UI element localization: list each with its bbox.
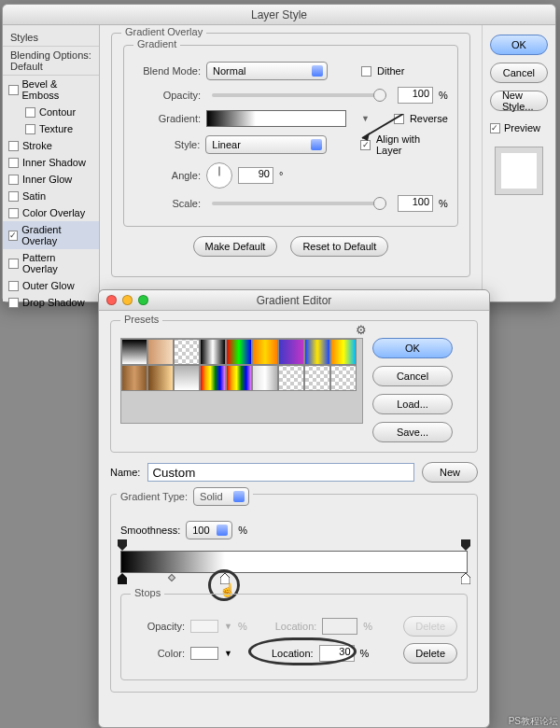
style-row-outer-glow[interactable]: Outer Glow <box>3 277 99 294</box>
make-default-button[interactable]: Make Default <box>193 236 278 257</box>
style-select[interactable]: Linear <box>205 135 327 154</box>
preset-swatch[interactable] <box>226 339 252 365</box>
preset-swatch[interactable] <box>330 339 357 365</box>
opacity-stop-right[interactable] <box>461 539 470 551</box>
stop-color-swatch[interactable] <box>190 647 218 660</box>
style-row-contour[interactable]: Contour <box>3 104 99 120</box>
style-row-gradient-overlay[interactable]: ✓Gradient Overlay <box>3 221 99 249</box>
gear-icon[interactable]: ⚙ <box>356 323 367 337</box>
style-label: Color Overlay <box>22 207 85 218</box>
ge-load-button[interactable]: Load... <box>372 394 453 414</box>
reverse-checkbox[interactable] <box>394 114 404 124</box>
minimize-icon[interactable] <box>122 295 133 305</box>
presets-fieldset: Presets ⚙ OK Cancel Load... Save... <box>110 320 478 453</box>
style-label: Texture <box>39 123 73 134</box>
preset-swatch[interactable] <box>252 339 278 365</box>
blend-mode-select[interactable]: Normal <box>206 62 328 80</box>
align-checkbox[interactable]: ✓ <box>360 140 371 150</box>
opacity-stop-left[interactable] <box>118 539 127 551</box>
style-checkbox[interactable] <box>8 191 19 202</box>
layer-style-titlebar[interactable]: Layer Style <box>3 5 555 25</box>
style-checkbox[interactable] <box>8 259 19 269</box>
blending-options-header[interactable]: Blending Options: Default <box>3 47 99 76</box>
gt-select[interactable]: Solid <box>193 487 249 506</box>
presets-legend: Presets <box>120 314 162 325</box>
color-stop-right[interactable] <box>461 573 470 584</box>
style-label: Bevel & Emboss <box>22 78 93 101</box>
preview-label: Preview <box>504 122 540 133</box>
gradient-preview[interactable] <box>206 110 346 127</box>
style-checkbox[interactable]: ✓ <box>8 231 18 241</box>
preset-swatch[interactable] <box>252 365 278 391</box>
preset-swatch[interactable] <box>174 339 200 365</box>
preset-swatch[interactable] <box>200 339 226 365</box>
style-row-inner-glow[interactable]: Inner Glow <box>3 171 99 188</box>
preset-swatch[interactable] <box>304 365 330 391</box>
ge-new-button[interactable]: New <box>422 462 478 483</box>
preset-swatch[interactable] <box>147 339 174 365</box>
preview-checkbox[interactable]: ✓ <box>490 123 500 133</box>
close-icon[interactable] <box>106 295 117 305</box>
scale-slider[interactable] <box>212 202 386 205</box>
ok-button[interactable]: OK <box>490 35 548 55</box>
style-row-drop-shadow[interactable]: Drop Shadow <box>3 294 99 311</box>
style-checkbox[interactable] <box>8 281 19 291</box>
preset-swatch[interactable] <box>278 339 304 365</box>
preset-swatch[interactable] <box>121 339 147 365</box>
preset-swatch[interactable] <box>200 365 226 391</box>
name-input[interactable] <box>147 463 414 482</box>
angle-input[interactable]: 90 <box>238 167 273 184</box>
preset-swatch[interactable] <box>304 339 330 365</box>
style-checkbox[interactable] <box>8 175 19 185</box>
style-checkbox[interactable] <box>8 141 19 151</box>
style-row-texture[interactable]: Texture <box>3 120 99 137</box>
preset-swatch[interactable] <box>147 365 174 391</box>
gradient-bar[interactable] <box>120 551 468 573</box>
zoom-icon[interactable] <box>138 295 148 305</box>
stop-color-delete-button[interactable]: Delete <box>403 643 457 664</box>
opacity-slider[interactable] <box>212 93 386 97</box>
style-row-bevel-emboss[interactable]: Bevel & Emboss <box>3 76 99 104</box>
style-row-stroke[interactable]: Stroke <box>3 137 99 154</box>
style-checkbox[interactable] <box>8 298 19 308</box>
style-row-color-overlay[interactable]: Color Overlay <box>3 204 99 221</box>
style-row-satin[interactable]: Satin <box>3 188 99 204</box>
dither-checkbox[interactable] <box>361 66 371 77</box>
reset-default-button[interactable]: Reset to Default <box>290 236 388 257</box>
ge-ok-button[interactable]: OK <box>372 338 453 358</box>
opacity-input[interactable]: 100 <box>398 87 433 104</box>
style-row-pattern-overlay[interactable]: Pattern Overlay <box>3 249 99 277</box>
stop-color-location-input[interactable]: 30 <box>319 645 355 662</box>
style-checkbox[interactable] <box>25 107 35 118</box>
gradient-dropdown-icon[interactable]: ▼ <box>361 114 370 123</box>
preview-swatch <box>495 147 543 195</box>
preset-swatch[interactable] <box>226 365 252 391</box>
smoothness-input[interactable]: 100 <box>186 521 232 539</box>
style-checkbox[interactable] <box>8 158 19 168</box>
layer-style-title: Layer Style <box>251 8 307 21</box>
style-checkbox[interactable] <box>8 85 19 95</box>
preset-swatch[interactable] <box>278 365 304 391</box>
scale-input[interactable]: 100 <box>398 195 433 212</box>
style-checkbox[interactable] <box>25 124 35 134</box>
new-style-button[interactable]: New Style... <box>490 91 548 111</box>
opacity-label: Opacity: <box>133 90 201 101</box>
gradient-editor-body: Presets ⚙ OK Cancel Load... Save... Name… <box>99 311 489 702</box>
color-stop-left[interactable] <box>118 573 127 584</box>
svg-marker-2 <box>118 539 127 551</box>
preset-swatch[interactable] <box>121 365 147 391</box>
style-checkbox[interactable] <box>8 208 19 218</box>
gradient-editor-titlebar[interactable]: Gradient Editor <box>99 290 489 311</box>
preset-swatch[interactable] <box>174 365 200 391</box>
ge-cancel-button[interactable]: Cancel <box>372 366 453 386</box>
chevron-down-icon[interactable]: ▼ <box>224 649 232 658</box>
style-row-inner-shadow[interactable]: Inner Shadow <box>3 154 99 171</box>
gradient-overlay-panel: Gradient Overlay Gradient Blend Mode: No… <box>100 25 482 301</box>
window-controls[interactable] <box>106 295 148 305</box>
ge-save-button[interactable]: Save... <box>372 422 453 442</box>
cancel-button[interactable]: Cancel <box>490 63 548 83</box>
angle-dial[interactable] <box>206 162 232 189</box>
preset-swatch[interactable] <box>330 365 357 391</box>
styles-header[interactable]: Styles <box>3 29 99 47</box>
midpoint-marker[interactable] <box>168 574 175 581</box>
